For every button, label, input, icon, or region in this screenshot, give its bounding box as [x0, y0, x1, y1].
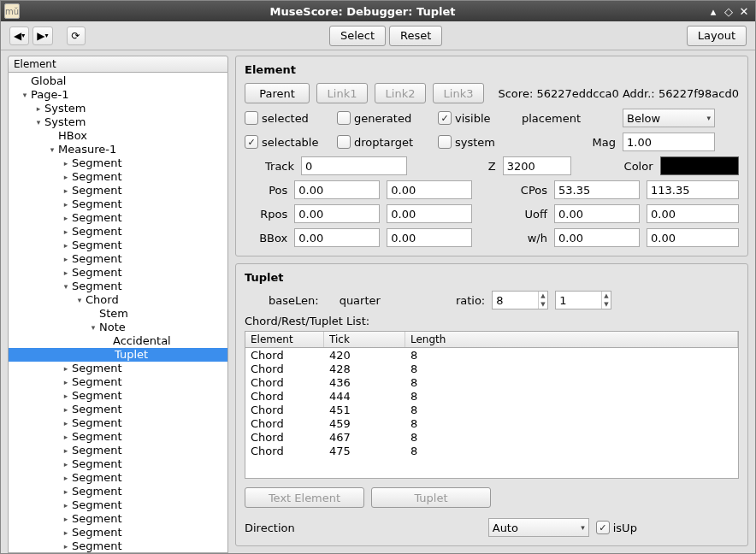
- expand-closed-icon[interactable]: ▸: [60, 225, 72, 239]
- link2-button[interactable]: Link2: [375, 83, 426, 103]
- selected-check[interactable]: selected: [245, 111, 330, 125]
- expand-closed-icon[interactable]: ▸: [60, 266, 72, 280]
- minimize-icon[interactable]: ▴: [706, 4, 721, 18]
- ratio-b-spin[interactable]: ▲▼: [555, 291, 611, 309]
- tree-item[interactable]: ▾Chord: [9, 293, 227, 307]
- expand-open-icon[interactable]: ▾: [19, 88, 31, 102]
- tuplet-list[interactable]: Chord4208Chord4288Chord4368Chord4448Chor…: [245, 348, 739, 479]
- select-button[interactable]: Select: [329, 26, 386, 46]
- bbox-y-input[interactable]: [387, 228, 472, 247]
- tree-item[interactable]: ▸System: [9, 102, 227, 115]
- rpos-y-input[interactable]: [387, 204, 472, 223]
- tree-item[interactable]: ▸Segment: [9, 457, 227, 471]
- tree-item[interactable]: ▸Segment: [9, 225, 227, 239]
- tree-header[interactable]: Element: [8, 56, 228, 73]
- col-length[interactable]: Length: [405, 332, 738, 347]
- expand-closed-icon[interactable]: ▸: [60, 252, 72, 266]
- uoff-x-input[interactable]: [554, 204, 640, 223]
- expand-closed-icon[interactable]: ▸: [60, 526, 72, 539]
- expand-closed-icon[interactable]: ▸: [60, 539, 72, 553]
- mag-input[interactable]: [623, 133, 715, 151]
- expand-open-icon[interactable]: ▾: [32, 115, 44, 129]
- list-row[interactable]: Chord4288: [245, 362, 738, 375]
- tree-item[interactable]: ▸Segment: [9, 266, 227, 280]
- expand-closed-icon[interactable]: ▸: [60, 485, 72, 498]
- tree-item[interactable]: ▸Segment: [9, 485, 227, 498]
- tree-item[interactable]: ▾Note: [9, 321, 227, 334]
- list-row[interactable]: Chord4518: [245, 403, 738, 416]
- cpos-y-input[interactable]: [647, 180, 739, 199]
- expand-closed-icon[interactable]: ▸: [60, 156, 72, 170]
- expand-closed-icon[interactable]: ▸: [60, 430, 72, 444]
- tree-item[interactable]: ▸Segment: [9, 211, 227, 225]
- z-input[interactable]: [503, 156, 571, 175]
- isup-check[interactable]: ✓ isUp: [596, 521, 637, 534]
- tree-item[interactable]: ▸Segment: [9, 362, 227, 375]
- list-row[interactable]: Chord4448: [245, 389, 738, 403]
- parent-button[interactable]: Parent: [245, 83, 310, 103]
- element-tree[interactable]: Global▾Page-1▸System▾SystemHBox▾Measure-…: [8, 73, 228, 553]
- direction-select[interactable]: Auto▾: [488, 518, 589, 537]
- expand-open-icon[interactable]: ▾: [46, 143, 58, 156]
- tree-item[interactable]: ▾Measure-1: [9, 143, 227, 156]
- generated-check[interactable]: generated: [337, 111, 431, 125]
- expand-closed-icon[interactable]: ▸: [60, 498, 72, 512]
- chevron-down-icon[interactable]: ▼: [539, 300, 547, 309]
- chevron-up-icon[interactable]: ▲: [539, 292, 547, 300]
- list-row[interactable]: Chord4368: [245, 375, 738, 389]
- expand-closed-icon[interactable]: ▸: [60, 362, 72, 375]
- tree-item[interactable]: Tuplet: [9, 348, 227, 362]
- visible-check[interactable]: ✓ visible: [438, 111, 515, 125]
- list-row[interactable]: Chord4758: [245, 444, 738, 457]
- chevron-down-icon[interactable]: ▼: [602, 300, 611, 309]
- layout-button[interactable]: Layout: [687, 26, 747, 46]
- col-element[interactable]: Element: [245, 332, 324, 347]
- chevron-up-icon[interactable]: ▲: [602, 292, 611, 300]
- tree-item[interactable]: ▸Segment: [9, 375, 227, 389]
- tree-item[interactable]: ▸Segment: [9, 239, 227, 252]
- tree-item[interactable]: ▸Segment: [9, 444, 227, 457]
- tree-item[interactable]: Stem: [9, 307, 227, 321]
- tree-item[interactable]: ▾Segment: [9, 280, 227, 293]
- expand-closed-icon[interactable]: ▸: [60, 375, 72, 389]
- tree-item[interactable]: Global: [9, 74, 227, 88]
- tree-item[interactable]: ▸Segment: [9, 184, 227, 197]
- tree-item[interactable]: ▸Segment: [9, 471, 227, 485]
- list-row[interactable]: Chord4678: [245, 430, 738, 444]
- droptarget-check[interactable]: droptarget: [337, 135, 431, 149]
- close-icon[interactable]: ✕: [736, 4, 752, 18]
- tree-item[interactable]: ▸Segment: [9, 403, 227, 416]
- tree-item[interactable]: ▸Segment: [9, 416, 227, 430]
- ratio-a-spin[interactable]: ▲▼: [492, 291, 548, 309]
- placement-select[interactable]: Below▾: [623, 109, 715, 127]
- maximize-icon[interactable]: ◇: [721, 4, 736, 18]
- cpos-x-input[interactable]: [554, 180, 640, 199]
- wh-y-input[interactable]: [647, 228, 739, 247]
- pos-x-input[interactable]: [294, 180, 380, 199]
- tree-item[interactable]: ▸Segment: [9, 430, 227, 444]
- link1-button[interactable]: Link1: [316, 83, 368, 103]
- tree-item[interactable]: ▾System: [9, 115, 227, 129]
- list-row[interactable]: Chord4598: [245, 416, 738, 430]
- list-row[interactable]: Chord4208: [245, 348, 738, 362]
- tree-item[interactable]: ▸Segment: [9, 498, 227, 512]
- expand-open-icon[interactable]: ▾: [74, 293, 86, 307]
- uoff-y-input[interactable]: [647, 204, 739, 223]
- tree-item[interactable]: ▾Page-1: [9, 88, 227, 102]
- pos-y-input[interactable]: [387, 180, 472, 199]
- back-button[interactable]: ◀▾: [9, 27, 29, 45]
- expand-closed-icon[interactable]: ▸: [60, 416, 72, 430]
- forward-button[interactable]: ▶▾: [32, 27, 52, 45]
- expand-closed-icon[interactable]: ▸: [60, 170, 72, 184]
- expand-closed-icon[interactable]: ▸: [60, 512, 72, 526]
- expand-closed-icon[interactable]: ▸: [60, 184, 72, 197]
- link3-button[interactable]: Link3: [433, 83, 484, 103]
- tree-item[interactable]: ▸Segment: [9, 526, 227, 539]
- expand-closed-icon[interactable]: ▸: [60, 239, 72, 252]
- selectable-check[interactable]: ✓ selectable: [245, 135, 330, 149]
- expand-closed-icon[interactable]: ▸: [60, 444, 72, 457]
- tree-item[interactable]: ▸Segment: [9, 197, 227, 211]
- expand-closed-icon[interactable]: ▸: [60, 403, 72, 416]
- tree-item[interactable]: ▸Segment: [9, 512, 227, 526]
- tree-item[interactable]: ▸Segment: [9, 252, 227, 266]
